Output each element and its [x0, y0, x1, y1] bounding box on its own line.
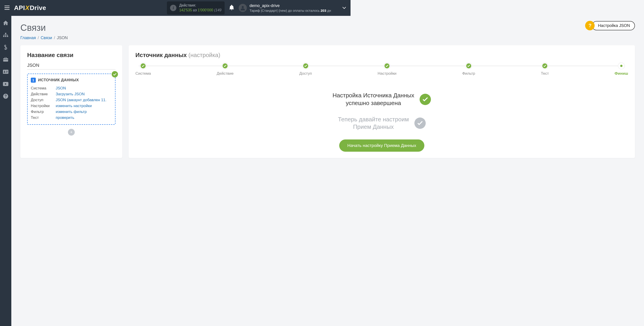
menu-button[interactable] — [4, 5, 10, 11]
breadcrumb: Главная / Связи / JSON — [20, 36, 350, 40]
info-icon: i — [170, 5, 176, 11]
bell-icon[interactable] — [229, 5, 234, 11]
connection-name[interactable]: JSON — [27, 63, 116, 70]
status-success-text: Настройка Источника Данных успешно завер… — [333, 92, 350, 107]
sidebar-video[interactable] — [0, 81, 11, 87]
chevron-down-icon[interactable] — [342, 6, 346, 10]
sidebar-billing[interactable] — [0, 44, 11, 50]
source-setup-card: Источник данных (настройка) Система Дейс… — [128, 45, 350, 158]
svg-point-0 — [242, 6, 244, 8]
page-title: Связи — [20, 23, 350, 33]
connection-card: Название связи JSON 1 ИСТОЧНИК ДАННЫХ Си… — [20, 45, 122, 158]
user-block[interactable]: demo_apix-drive Тариф |Стандарт| (new) д… — [239, 3, 331, 13]
svg-rect-9 — [6, 71, 8, 71]
status-next-text: Теперь давайте настроим Прием Данных — [338, 116, 350, 131]
step-system[interactable]: Система — [136, 63, 151, 76]
breadcrumb-current: JSON — [57, 36, 68, 40]
actions-counter[interactable]: i Действия: 142'535 из 1'000'000 (149 — [167, 1, 225, 14]
table-row: Фильтризменить фильтр — [31, 109, 112, 115]
logo[interactable]: APIXDrive — [14, 4, 46, 12]
table-row: Настройкиизменить настройки — [31, 103, 112, 109]
user-name: demo_apix-drive — [250, 3, 331, 8]
actions-numbers: 142'535 из 1'000'000 (149 — [179, 8, 222, 13]
svg-rect-2 — [3, 36, 4, 37]
source-header: 1 ИСТОЧНИК ДАННЫХ — [31, 78, 112, 83]
status-next: Теперь давайте настроим Прием Данных — [136, 116, 350, 131]
table-row: ДоступJSON (аккаунт добавлен 11. — [31, 97, 112, 103]
source-setup-title: Источник данных (настройка) — [136, 52, 350, 59]
table-row: ДействиеЗагрузить JSON — [31, 91, 112, 97]
svg-rect-5 — [3, 58, 8, 62]
steps: Система Действие Доступ Настройки Фильтр… — [136, 63, 350, 76]
user-plan: Тариф |Стандарт| (new) до оплаты осталос… — [250, 8, 331, 13]
sidebar-help[interactable] — [0, 93, 11, 99]
content: Связи Главная / Связи / JSON ? Настройка… — [11, 16, 350, 178]
step-action[interactable]: Действие — [217, 63, 234, 76]
sidebar-idcard[interactable] — [0, 69, 11, 75]
sidebar-home[interactable] — [0, 20, 11, 26]
sidebar — [0, 16, 11, 178]
svg-point-8 — [4, 71, 5, 72]
num-badge: 1 — [31, 78, 36, 83]
svg-rect-11 — [6, 72, 7, 73]
start-receive-setup-button[interactable]: Начать настройку Приема Данных — [339, 140, 350, 152]
breadcrumb-home[interactable]: Главная — [20, 36, 36, 40]
table-row: Тестпроверить — [31, 115, 112, 121]
svg-rect-3 — [5, 36, 6, 37]
check-icon — [112, 71, 118, 78]
actions-label: Действия: — [179, 3, 222, 8]
source-table: СистемаJSON ДействиеЗагрузить JSON Досту… — [31, 85, 112, 121]
breadcrumb-links[interactable]: Связи — [41, 36, 52, 40]
status-success: Настройка Источника Данных успешно завер… — [136, 92, 350, 107]
step-access[interactable]: Доступ — [299, 63, 312, 76]
add-button[interactable]: + — [68, 129, 75, 136]
sidebar-briefcase[interactable] — [0, 56, 11, 62]
source-box[interactable]: 1 ИСТОЧНИК ДАННЫХ СистемаJSON ДействиеЗа… — [27, 74, 116, 125]
svg-point-14 — [6, 97, 6, 98]
svg-rect-1 — [5, 33, 6, 34]
avatar — [239, 4, 247, 12]
header: APIXDrive i Действия: 142'535 из 1'000'0… — [0, 0, 350, 16]
table-row: СистемаJSON — [31, 85, 112, 91]
svg-rect-6 — [3, 59, 8, 60]
connection-title: Название связи — [27, 52, 116, 59]
svg-rect-4 — [7, 36, 8, 37]
sidebar-connections[interactable] — [0, 32, 11, 38]
svg-rect-10 — [6, 72, 8, 72]
